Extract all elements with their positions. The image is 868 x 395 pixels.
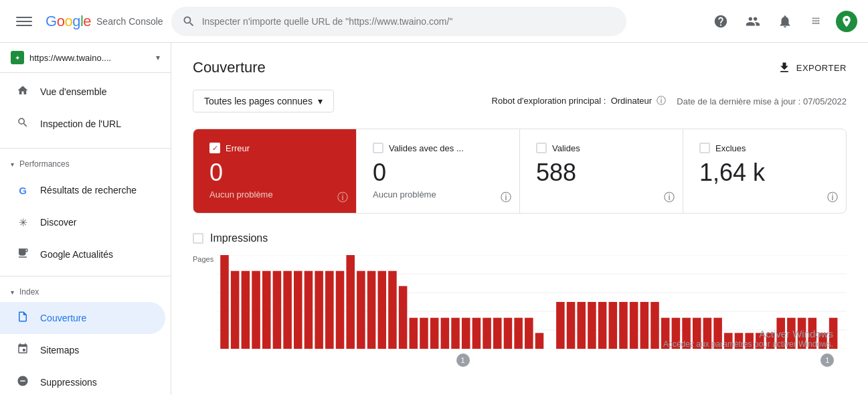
valides-label: Valides <box>552 143 580 153</box>
discover-icon: ✳ <box>16 216 29 229</box>
filter-bar: Toutes les pages connues ▾ Robot d'explo… <box>193 90 847 112</box>
svg-rect-35 <box>451 318 460 349</box>
sitemaps-label: Sitemaps <box>40 345 79 356</box>
filter-chevron-icon: ▾ <box>318 96 323 106</box>
svg-rect-53 <box>640 302 649 349</box>
filter-dropdown[interactable]: Toutes les pages connues ▾ <box>193 90 334 112</box>
valides-avec-label: Valides avec des ... <box>389 143 464 153</box>
svg-rect-20 <box>294 271 302 349</box>
stat-card-exclues-header: Exclues <box>699 143 830 153</box>
robot-help-icon[interactable]: ⓘ <box>657 95 666 106</box>
sidebar-item-couverture[interactable]: Couverture <box>0 302 165 334</box>
top-icons <box>707 8 857 35</box>
sidebar-item-suppressions[interactable]: Suppressions <box>0 366 165 395</box>
valides-avec-checkbox[interactable] <box>373 143 383 153</box>
content-header: Couverture EXPORTER <box>193 59 847 76</box>
svg-rect-46 <box>567 302 576 349</box>
svg-rect-13 <box>220 255 229 349</box>
news-icon <box>16 247 29 262</box>
apps-button[interactable] <box>804 8 831 35</box>
svg-rect-54 <box>650 302 659 349</box>
sidebar: ✦ https://www.twaino.... ▾ Vue d'ensembl… <box>0 43 171 395</box>
performances-section-label[interactable]: ▾ Performances <box>0 154 171 174</box>
svg-rect-18 <box>273 271 282 349</box>
valides-avec-value: 0 <box>373 159 503 187</box>
svg-rect-27 <box>367 271 376 349</box>
discover-label: Discover <box>40 217 76 228</box>
notifications-button[interactable] <box>772 8 798 35</box>
svg-rect-22 <box>315 271 323 349</box>
index-section-label[interactable]: ▾ Index <box>0 282 171 302</box>
svg-rect-49 <box>598 302 607 349</box>
svg-rect-52 <box>630 302 638 349</box>
sidebar-item-url-inspection[interactable]: Inspection de l'URL <box>0 108 165 140</box>
google-g-icon: G <box>16 185 29 196</box>
impressions-checkbox[interactable] <box>193 233 203 244</box>
svg-rect-33 <box>430 318 439 349</box>
valides-avec-help-icon[interactable]: ⓘ <box>501 191 511 205</box>
couverture-label: Couverture <box>40 313 86 323</box>
sitemaps-icon <box>16 343 29 358</box>
svg-rect-50 <box>609 302 618 349</box>
svg-rect-21 <box>305 271 313 349</box>
robot-value: Ordinateur <box>611 96 652 106</box>
sidebar-item-search-results[interactable]: G Résultats de recherche <box>0 174 165 206</box>
sidebar-item-google-actualites[interactable]: Google Actualités <box>0 238 165 270</box>
property-selector[interactable]: ✦ https://www.twaino.... ▾ <box>0 43 171 73</box>
sidebar-item-discover[interactable]: ✳ Discover <box>0 206 165 238</box>
chevron-down-icon-2: ▾ <box>11 289 14 296</box>
search-results-label: Résultats de recherche <box>40 185 137 195</box>
export-icon <box>778 61 791 74</box>
exclues-checkbox[interactable] <box>699 143 710 153</box>
url-search-input[interactable] <box>202 16 616 27</box>
sidebar-item-sitemaps[interactable]: Sitemaps <box>0 334 165 366</box>
chart-container: 6 4 2 0 <box>217 255 847 362</box>
watermark-subtitle: Accédez aux paramètres pour activer Wind… <box>663 339 833 349</box>
svg-rect-40 <box>504 318 513 349</box>
user-avatar[interactable] <box>836 11 857 32</box>
property-url: https://www.twaino.... <box>29 53 151 63</box>
stat-card-valides-header: Valides <box>536 143 667 153</box>
exclues-help-icon[interactable]: ⓘ <box>827 191 838 205</box>
people-button[interactable] <box>740 8 766 35</box>
x-marker-1: 1 <box>456 353 470 367</box>
stat-card-exclues: Exclues 1,64 k ⓘ <box>683 129 846 213</box>
svg-rect-45 <box>556 302 565 349</box>
svg-rect-39 <box>493 318 502 349</box>
content-area: Couverture EXPORTER Toutes les pages con… <box>171 43 868 395</box>
google-logo: Google <box>46 13 91 30</box>
error-checkbox[interactable]: ✓ <box>209 143 220 153</box>
stat-card-error-header: ✓ Erreur <box>209 143 340 153</box>
valides-help-icon[interactable]: ⓘ <box>664 191 675 205</box>
svg-rect-26 <box>357 271 365 349</box>
robot-info: Robot d'exploration principal : Ordinate… <box>492 95 667 107</box>
property-chevron-icon: ▾ <box>156 53 160 62</box>
impressions-header: Impressions <box>193 232 847 244</box>
x-marker-2: 1 <box>820 353 834 367</box>
chart-area: Pages 6 4 2 0 <box>193 255 847 362</box>
valides-checkbox[interactable] <box>536 143 547 153</box>
svg-rect-37 <box>472 318 481 349</box>
stat-card-valides: Valides 588 ⓘ <box>520 129 683 213</box>
error-help-icon[interactable]: ⓘ <box>337 191 348 205</box>
svg-rect-25 <box>346 255 355 349</box>
valides-avec-subtitle: Aucun problème <box>373 189 503 200</box>
suppressions-label: Suppressions <box>40 377 97 388</box>
svg-rect-36 <box>462 318 470 349</box>
watermark: Activer Windows Accédez aux paramètres p… <box>663 328 833 349</box>
export-button[interactable]: EXPORTER <box>778 61 847 74</box>
sidebar-item-overview[interactable]: Vue d'ensemble <box>0 76 165 108</box>
help-button[interactable] <box>707 8 734 35</box>
watermark-title: Activer Windows <box>663 328 833 339</box>
search-bar[interactable] <box>171 7 626 36</box>
couverture-icon <box>16 311 29 325</box>
stats-row: ✓ Erreur 0 Aucun problème ⓘ Valides avec… <box>193 129 847 214</box>
svg-rect-24 <box>336 271 345 349</box>
exclues-value: 1,64 k <box>699 159 830 187</box>
svg-rect-48 <box>588 302 596 349</box>
svg-rect-34 <box>441 318 450 349</box>
menu-icon[interactable] <box>11 8 37 35</box>
svg-rect-32 <box>420 318 428 349</box>
home-icon <box>16 84 29 99</box>
chart-y-label: Pages <box>193 255 213 263</box>
